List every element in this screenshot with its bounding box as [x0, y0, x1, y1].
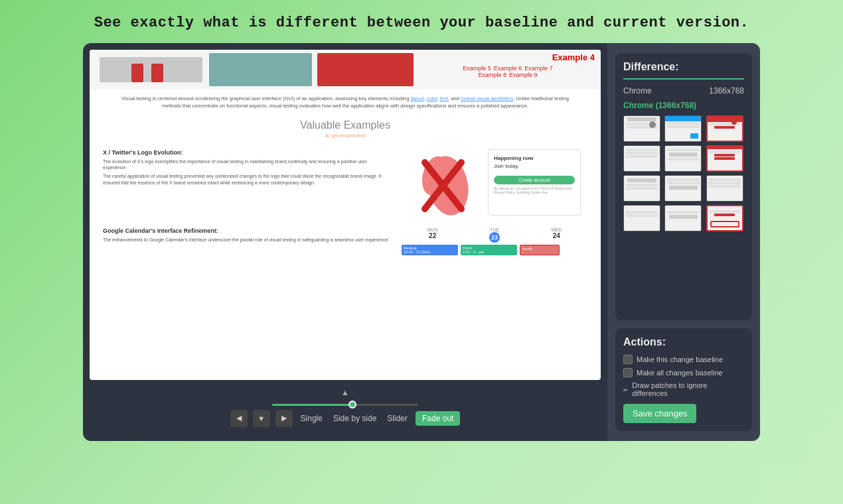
make-all-changes-baseline-label: Make all changes baseline	[637, 369, 723, 377]
single-view-button[interactable]: Single	[298, 414, 325, 423]
diff-browser-row: Chrome 1366x768	[623, 86, 744, 95]
difference-title: Difference:	[623, 61, 744, 73]
thumbnail-11[interactable]	[664, 205, 702, 231]
thumbnail-1[interactable]	[623, 115, 660, 142]
calendar-events: Meeting10:00 - 11:30am Client2:30 - 4:..…	[402, 245, 587, 255]
twitter-left: X / Twitter's Logo Evolution: The evolut…	[103, 149, 392, 222]
twitter-logo-icon	[412, 149, 471, 222]
header-text: See exactly what is different between yo…	[94, 15, 749, 31]
fade-out-button[interactable]: Fade out	[416, 411, 460, 426]
thumbnail-8[interactable]	[664, 175, 702, 202]
create-account-button[interactable]: Create account	[494, 176, 575, 184]
valuable-title: Valuable Examples	[103, 119, 587, 131]
thumbnail-grid	[623, 115, 744, 231]
cal-day-label-wed: WED	[536, 227, 576, 232]
actions-section: Actions: Make this change baseline Make …	[615, 328, 752, 431]
cal-event-client: Client2:30 - 4:...pm	[461, 245, 517, 255]
webpage-content: Example 4 Example 5 Example 6 Example 7 …	[90, 50, 601, 380]
pencil-icon: ✏️	[623, 385, 628, 395]
nav-item-example7[interactable]: Example 7	[524, 65, 553, 72]
make-all-changes-baseline-row: Make all changes baseline	[623, 368, 744, 377]
scroll-up-button[interactable]: ▲	[341, 388, 349, 397]
ai-label: AI generated text	[103, 133, 587, 139]
make-this-change-baseline-checkbox[interactable]	[623, 355, 633, 364]
twitter-right: Happening now Join today. Create account…	[402, 149, 587, 222]
nav-item-example9[interactable]: Example 9	[509, 72, 538, 78]
join-today-text: Join today.	[494, 163, 575, 169]
banner-rect-gray	[100, 57, 202, 82]
thumbnail-3[interactable]	[706, 115, 743, 142]
slider-row	[239, 404, 451, 406]
make-all-changes-baseline-checkbox[interactable]	[623, 368, 633, 377]
cal-day-mon: MON 22	[413, 227, 453, 243]
cal-day-num-wed: 24	[536, 232, 576, 239]
slider-track[interactable]	[272, 404, 418, 406]
difference-section: Difference: Chrome 1366x768 Chrome (1366…	[615, 53, 752, 320]
make-this-change-baseline-label: Make this change baseline	[637, 355, 723, 363]
happening-now-text: Happening now	[494, 155, 575, 161]
nav-left-button[interactable]: ◀	[230, 410, 248, 427]
nav-down-button[interactable]: ▼	[253, 410, 270, 427]
actions-title: Actions:	[623, 336, 744, 348]
calendar-text: The enhancements to Google Calendar's in…	[103, 237, 392, 243]
webpage-banner: Example 4 Example 5 Example 6 Example 7 …	[90, 50, 601, 90]
calendar-left: Google Calendar's Interface Refinement: …	[103, 227, 392, 271]
cal-day-tue: TUE 23	[475, 227, 514, 243]
diff-browser-label: Chrome	[623, 86, 652, 95]
webpage-text-section: Visual testing is centered around scruti…	[90, 90, 601, 114]
slider-view-button[interactable]: Slider	[384, 414, 410, 423]
draw-patches-label: Draw patches to ignore differences	[632, 381, 744, 397]
cal-day-wed: WED 24	[536, 227, 576, 243]
signup-fine-print: By signing up, you agree to the Terms of…	[494, 186, 575, 195]
thumbnail-12[interactable]	[706, 205, 743, 231]
nav-item-example8[interactable]: Example 8	[478, 72, 506, 78]
calendar-section: Google Calendar's Interface Refinement: …	[90, 227, 601, 271]
calendar-right: MON 22 TUE 23 WED 24	[402, 227, 587, 271]
webpage-main-text: Visual testing is centered around scruti…	[116, 95, 574, 110]
banner-rect-teal	[209, 53, 312, 86]
nav-examples: Example 4 Example 5 Example 6 Example 7 …	[418, 50, 597, 81]
cal-event-meeting: Meeting10:00 - 11:30am	[402, 245, 458, 255]
thumbnail-5[interactable]	[664, 145, 702, 172]
thumbnail-6[interactable]	[706, 145, 743, 172]
twitter-title: X / Twitter's Logo Evolution:	[103, 149, 392, 156]
nav-item-example5[interactable]: Example 5	[463, 65, 491, 72]
nav-item-example4[interactable]: Example 4	[552, 52, 595, 62]
header: See exactly what is different between yo…	[0, 0, 843, 43]
banner-red-mark-1	[131, 64, 143, 82]
slider-thumb[interactable]	[348, 401, 356, 409]
diff-active-browser: Chrome (1366x768)	[623, 101, 744, 110]
nav-item-example6[interactable]: Example 6	[494, 65, 522, 72]
side-by-side-button[interactable]: Side by side	[331, 414, 379, 423]
right-panel: Difference: Chrome 1366x768 Chrome (1366…	[607, 43, 760, 441]
slider-fill	[272, 404, 352, 406]
thumbnail-4[interactable]	[623, 145, 660, 172]
cal-event-month: month	[520, 245, 560, 255]
valuable-section: Valuable Examples AI generated text	[90, 114, 601, 149]
preview-panel: Example 4 Example 5 Example 6 Example 7 …	[83, 43, 607, 441]
calendar-title: Google Calendar's Interface Refinement:	[103, 227, 392, 234]
view-buttons-row: ◀ ▼ ▶ Single Side by side Slider Fade ou…	[230, 410, 461, 427]
content-area: Example 4 Example 5 Example 6 Example 7 …	[90, 50, 601, 380]
calendar-header: MON 22 TUE 23 WED 24	[402, 227, 587, 243]
twitter-section: X / Twitter's Logo Evolution: The evolut…	[90, 149, 601, 222]
draw-patches-row: ✏️ Draw patches to ignore differences	[623, 381, 744, 397]
controls-area: ▲ ◀ ▼ ▶ Single Side by side Slider Fade …	[90, 380, 601, 434]
diff-resolution: 1366x768	[709, 86, 744, 95]
banner-red-mark-2	[151, 64, 163, 82]
twitter-text2: The careful application of visual testin…	[103, 173, 392, 186]
thumbnail-10[interactable]	[623, 205, 660, 231]
cal-day-label-mon: MON	[413, 227, 453, 232]
twitter-text1: The evolution of X's logo exemplifies th…	[103, 158, 392, 172]
banner-rect-red-big	[317, 53, 414, 86]
make-this-change-baseline-row: Make this change baseline	[623, 355, 744, 364]
twitter-signup-panel: Happening now Join today. Create account…	[488, 149, 581, 216]
cal-day-num-tue: 23	[475, 232, 514, 243]
nav-right-button[interactable]: ▶	[275, 410, 293, 427]
save-changes-button[interactable]: Save changes	[623, 404, 696, 423]
difference-divider	[623, 78, 744, 80]
thumbnail-2[interactable]	[664, 115, 702, 142]
thumbnail-7[interactable]	[623, 175, 660, 202]
cal-day-num-mon: 22	[413, 232, 453, 239]
thumbnail-9[interactable]	[706, 175, 743, 202]
